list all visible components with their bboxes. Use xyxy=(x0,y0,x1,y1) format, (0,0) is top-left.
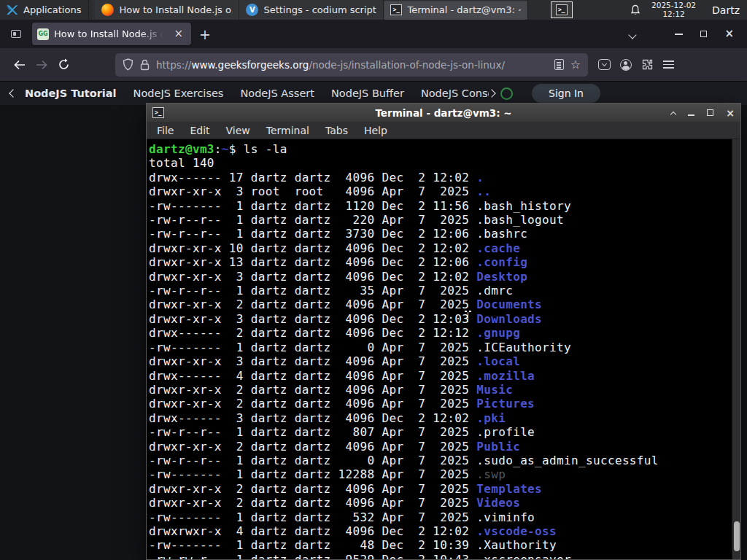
applications-menu-button[interactable]: Applications xyxy=(0,0,89,20)
terminal-output-line: drwxr-xr-x 2 dartz dartz 4096 Apr 7 2025… xyxy=(149,482,730,496)
sign-in-button[interactable]: Sign In xyxy=(532,84,600,103)
new-tab-button[interactable]: + xyxy=(191,26,219,42)
terminal-output-line: -rw------- 1 dartz dartz 12288 Apr 7 202… xyxy=(149,467,730,481)
firefox-icon xyxy=(101,4,114,16)
back-arrow-icon xyxy=(13,59,26,71)
lock-icon[interactable] xyxy=(140,59,150,71)
menu-tabs[interactable]: Tabs xyxy=(325,125,348,136)
bookmark-star-icon[interactable]: ☆ xyxy=(570,58,581,71)
menu-help[interactable]: Help xyxy=(364,125,387,136)
menu-file[interactable]: File xyxy=(157,125,174,136)
taskbar-item-label: How to Install Node.js o... xyxy=(119,4,232,15)
site-nav-items: NodeJS Tutorial NodeJS Exercises NodeJS … xyxy=(25,88,489,99)
browser-window-controls: × xyxy=(669,28,743,39)
window-close-button[interactable]: × xyxy=(724,28,734,39)
window-close-button[interactable]: × xyxy=(726,107,735,119)
url-text: https://www.geeksforgeeks.org/node-js/in… xyxy=(156,59,548,71)
applications-label: Applications xyxy=(23,4,81,15)
distro-logo-icon xyxy=(6,4,18,16)
account-icon[interactable] xyxy=(620,59,632,71)
panel-spacer xyxy=(528,0,551,20)
nav-item-assert[interactable]: NodeJS Assert xyxy=(240,88,314,99)
tab-title: How to Install Node.js on xyxy=(54,28,166,39)
terminal-listing: drwx------ 17 dartz dartz 4096 Dec 2 12:… xyxy=(149,171,730,559)
terminal-window-title: Terminal - dartz@vm3: ~ xyxy=(147,107,740,119)
panel-user-label: Dartz xyxy=(712,4,740,16)
terminal-title-bar[interactable]: >_ Terminal - dartz@vm3: ~ × xyxy=(147,104,740,122)
nav-item-buffer[interactable]: NodeJS Buffer xyxy=(331,88,404,99)
terminal-window: >_ Terminal - dartz@vm3: ~ × File Edit V… xyxy=(146,103,741,560)
firefox-view-icon xyxy=(11,30,21,38)
firefox-view-button[interactable] xyxy=(6,25,26,44)
terminal-output-line: drwxr-xr-x 13 dartz dartz 4096 Dec 2 12:… xyxy=(149,255,730,269)
codium-icon: V xyxy=(246,4,258,16)
nav-item-exercises[interactable]: NodeJS Exercises xyxy=(133,88,224,99)
terminal-output-line: drwxr-xr-x 3 dartz dartz 4096 Dec 2 12:0… xyxy=(149,270,730,284)
clock-date: 2025-12-02 xyxy=(651,1,696,10)
prompt-command: $ ls -la xyxy=(229,142,287,156)
terminal-output-line: drwxr-xr-x 2 dartz dartz 4096 Apr 7 2025… xyxy=(149,298,730,311)
terminal-output-line: drwxr-xr-x 3 dartz dartz 4096 Apr 7 2025… xyxy=(149,354,730,368)
terminal-menu-bar: File Edit View Terminal Tabs Help xyxy=(147,122,740,139)
pocket-save-icon[interactable] xyxy=(598,59,611,70)
terminal-output-line: drwxr-xr-x 2 dartz dartz 4096 Apr 7 2025… xyxy=(149,397,730,411)
nav-scroll-right-icon[interactable] xyxy=(487,89,495,97)
back-button[interactable] xyxy=(9,54,31,76)
nav-item-console[interactable]: NodeJS Console xyxy=(421,88,489,99)
terminal-output-line: drwxrwxr-x 4 dartz dartz 4096 Dec 2 12:0… xyxy=(149,524,730,538)
prompt-colon: : xyxy=(214,142,222,156)
notification-bell-icon[interactable] xyxy=(630,4,641,16)
terminal-output-line: -rw------- 1 dartz dartz 1120 Dec 2 11:5… xyxy=(149,199,730,213)
chevron-up-icon xyxy=(670,112,676,117)
menu-edit[interactable]: Edit xyxy=(190,125,209,136)
terminal-output-line: drwxr-xr-x 3 root root 4096 Apr 7 2025 .… xyxy=(149,184,730,198)
terminal-output-line: drwxr-xr-x 3 dartz dartz 4096 Dec 2 12:0… xyxy=(149,312,730,326)
window-maximize-button[interactable] xyxy=(700,31,707,37)
url-path: /node-js/installation-of-node-js-on-linu… xyxy=(309,59,505,71)
tray-terminal-icon[interactable]: >_ xyxy=(551,1,573,18)
terminal-scrollbar[interactable] xyxy=(732,139,740,559)
forward-button[interactable] xyxy=(31,54,53,76)
search-icon[interactable] xyxy=(500,88,513,100)
terminal-output-line: drwx------ 2 dartz dartz 4096 Dec 2 12:1… xyxy=(149,326,730,340)
taskbar-item-label: Terminal - dartz@vm3: ~ xyxy=(407,4,521,15)
panel-clock[interactable]: 2025-12-02 12:12 xyxy=(651,1,696,18)
tracking-shield-icon[interactable] xyxy=(123,58,133,71)
reload-button[interactable] xyxy=(53,54,74,76)
terminal-output-area[interactable]: dartz@vm3:~$ ls -la total 140 drwx------… xyxy=(147,139,740,559)
terminal-output-line: -rw------- 1 dartz dartz 0 Apr 7 2025 .I… xyxy=(149,341,730,354)
url-bar[interactable]: https://www.geeksforgeeks.org/node-js/in… xyxy=(115,53,588,77)
tab-close-icon[interactable]: × xyxy=(171,28,186,40)
terminal-total-line: total 140 xyxy=(149,156,730,170)
reader-mode-icon[interactable] xyxy=(554,59,564,70)
window-maximize-button[interactable] xyxy=(707,109,713,116)
nav-item-tutorial[interactable]: NodeJS Tutorial xyxy=(25,88,117,99)
window-minimize-button[interactable] xyxy=(688,114,694,116)
url-scheme: https:// xyxy=(156,59,191,71)
menu-hamburger-icon[interactable] xyxy=(663,61,674,69)
taskbar-item-label: Settings - codium script... xyxy=(263,4,376,15)
nav-scroll-left-icon[interactable] xyxy=(9,89,17,97)
scrollbar-thumb[interactable] xyxy=(734,521,740,551)
terminal-output-line: -rw-r--r-- 1 dartz dartz 3730 Dec 2 12:0… xyxy=(149,227,730,241)
reload-icon xyxy=(58,58,70,71)
window-minimize-button[interactable] xyxy=(675,34,683,35)
prompt-cwd: ~ xyxy=(222,142,229,156)
terminal-output-line: drwx------ 4 dartz dartz 4096 Apr 7 2025… xyxy=(149,369,730,383)
prompt-user-host: dartz@vm3 xyxy=(149,142,214,156)
top-panel: Applications How to Install Node.js o...… xyxy=(0,0,747,20)
terminal-window-controls: × xyxy=(671,106,735,120)
list-all-tabs-button[interactable] xyxy=(630,27,635,41)
terminal-output-line: -rw------- 1 dartz dartz 48 Dec 2 10:39 … xyxy=(149,538,730,552)
taskbar-item-firefox[interactable]: How to Install Node.js o... xyxy=(95,0,239,20)
window-shade-button[interactable] xyxy=(671,106,676,120)
terminal-output-line: drwx------ 3 dartz dartz 4096 Dec 2 12:0… xyxy=(149,411,730,425)
menu-view[interactable]: View xyxy=(226,125,250,136)
extensions-puzzle-icon[interactable] xyxy=(641,58,654,71)
menu-terminal[interactable]: Terminal xyxy=(266,125,309,136)
browser-tab-active[interactable]: GG How to Install Node.js on × xyxy=(32,23,191,45)
terminal-prompt-line: dartz@vm3:~$ ls -la xyxy=(149,142,730,156)
taskbar-item-codium[interactable]: V Settings - codium script... xyxy=(239,0,384,20)
browser-toolbar: https://www.geeksforgeeks.org/node-js/in… xyxy=(0,48,747,82)
taskbar-item-terminal[interactable]: >_ Terminal - dartz@vm3: ~ xyxy=(384,0,528,20)
